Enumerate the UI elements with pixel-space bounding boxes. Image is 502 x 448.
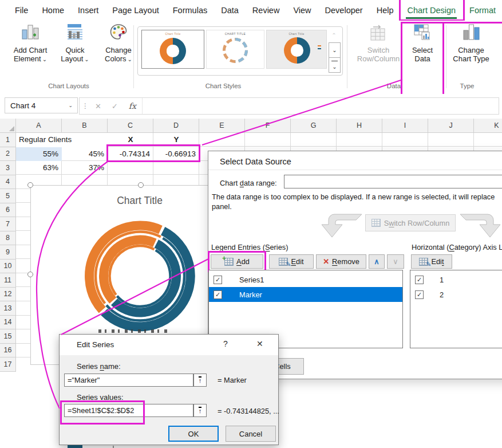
select-all-corner[interactable] bbox=[0, 119, 16, 133]
col-header-I[interactable]: I bbox=[382, 119, 428, 133]
row-header-8[interactable]: 8 bbox=[0, 231, 16, 246]
row-header-10[interactable]: 10 bbox=[0, 260, 16, 274]
row-header-6[interactable]: 6 bbox=[0, 203, 16, 218]
remove-series-button[interactable]: ✕ Remove bbox=[316, 254, 366, 269]
col-header-A[interactable]: A bbox=[16, 119, 62, 133]
select-data-button[interactable]: Select Data bbox=[404, 23, 441, 89]
row-header-2[interactable]: 2 bbox=[0, 147, 16, 162]
chart-style-thumbnail-2[interactable]: CHART TITLE bbox=[206, 30, 264, 69]
tab-insert[interactable]: Insert bbox=[71, 1, 105, 20]
range-picker-button[interactable]: ↑ bbox=[193, 374, 207, 387]
category-axis-list[interactable]: ✓1✓2 bbox=[410, 270, 502, 348]
doughnut-segment[interactable] bbox=[117, 250, 171, 306]
tab-developer[interactable]: Developer bbox=[318, 1, 370, 20]
row-header-14[interactable]: 14 bbox=[0, 316, 16, 330]
cancel-icon[interactable]: ✕ bbox=[90, 102, 106, 111]
quick-layout-icon bbox=[66, 23, 84, 42]
chart-style-thumbnail-1[interactable]: Chart Title bbox=[141, 30, 204, 69]
change-colors-button[interactable]: Change Colors⌄ bbox=[100, 23, 137, 89]
insert-function-icon[interactable]: fx bbox=[123, 101, 142, 111]
chart-handle-top-center[interactable] bbox=[138, 182, 144, 188]
add-chart-element-button[interactable]: Add Chart Element⌄ bbox=[8, 23, 53, 89]
change-chart-type-label: Change Chart Type bbox=[453, 46, 489, 63]
row-header-4[interactable]: 4 bbox=[0, 175, 16, 190]
col-header-J[interactable]: J bbox=[428, 119, 474, 133]
add-series-button[interactable]: + Add bbox=[211, 254, 263, 269]
add-label: Add bbox=[236, 257, 250, 266]
checkbox-category-2[interactable]: ✓ bbox=[415, 290, 424, 299]
ok-button[interactable]: OK bbox=[168, 426, 219, 442]
col-header-E[interactable]: E bbox=[199, 119, 245, 133]
tab-home[interactable]: Home bbox=[35, 1, 71, 20]
formula-bar-grip[interactable]: ⋮ bbox=[80, 102, 90, 110]
change-chart-type-button[interactable]: Change Chart Type bbox=[448, 23, 495, 89]
row-header-13[interactable]: 13 bbox=[0, 301, 16, 316]
series-name-input[interactable]: ="Marker" bbox=[64, 374, 193, 387]
cancel-button[interactable]: Cancel bbox=[226, 426, 276, 442]
cell-D2[interactable]: -0.66913 bbox=[153, 147, 199, 162]
row-header-7[interactable]: 7 bbox=[0, 217, 16, 231]
row-header-12[interactable]: 12 bbox=[0, 288, 16, 302]
col-header-B[interactable]: B bbox=[62, 119, 108, 133]
tab-review[interactable]: Review bbox=[246, 1, 287, 20]
checkbox-category-1[interactable]: ✓ bbox=[415, 276, 424, 284]
move-down-button: ∨ bbox=[387, 254, 404, 269]
series-row-series1[interactable]: ✓Series1 bbox=[209, 272, 402, 287]
tab-view[interactable]: View bbox=[286, 1, 318, 20]
tab-page-layout[interactable]: Page Layout bbox=[105, 1, 165, 20]
chart-handle-top-left[interactable] bbox=[27, 182, 33, 188]
cell-B3[interactable]: 37% bbox=[62, 161, 108, 175]
help-icon[interactable]: ? bbox=[223, 339, 228, 348]
close-icon[interactable]: ✕ bbox=[256, 339, 263, 348]
gallery-scroll-up-button[interactable]: ⌃ bbox=[329, 28, 339, 42]
row-header-17[interactable]: 17 bbox=[0, 357, 16, 372]
series-row-marker[interactable]: ✓Marker bbox=[209, 287, 402, 302]
row-header-15[interactable]: 15 bbox=[0, 329, 16, 344]
col-header-G[interactable]: G bbox=[291, 119, 337, 133]
formula-input[interactable] bbox=[143, 98, 499, 114]
row-header-16[interactable]: 16 bbox=[0, 344, 16, 358]
quick-layout-button[interactable]: Quick Layout⌄ bbox=[53, 23, 97, 89]
tab-file[interactable]: File bbox=[8, 1, 35, 20]
cell-B2[interactable]: 45% bbox=[62, 147, 108, 162]
category-row-2[interactable]: ✓2 bbox=[410, 287, 502, 302]
cell-A2[interactable]: 55% bbox=[16, 147, 62, 162]
tab-formulas[interactable]: Formulas bbox=[166, 1, 214, 20]
row-header-3[interactable]: 3 bbox=[0, 161, 16, 175]
row-header-5[interactable]: 5 bbox=[0, 189, 16, 203]
excel-window: FileHomeInsertPage LayoutFormulasDataRev… bbox=[0, 0, 502, 448]
edit-series-button[interactable]: ✎ Edit bbox=[269, 254, 314, 269]
row-header-11[interactable]: 11 bbox=[0, 273, 16, 288]
cell-C2[interactable]: -0.74314 bbox=[108, 147, 153, 162]
row-header-9[interactable]: 9 bbox=[0, 245, 16, 260]
move-up-button[interactable]: ∧ bbox=[369, 254, 385, 269]
row-header-1[interactable]: 1 bbox=[0, 133, 16, 147]
cell-D1[interactable]: Y bbox=[153, 133, 199, 147]
ribbon-tab-bar: FileHomeInsertPage LayoutFormulasDataRev… bbox=[0, 0, 502, 21]
cell-A3[interactable]: 63% bbox=[16, 161, 62, 175]
checkbox-series1[interactable]: ✓ bbox=[214, 276, 222, 284]
col-header-F[interactable]: F bbox=[245, 119, 291, 133]
range-picker-button[interactable]: ↑ bbox=[193, 404, 207, 417]
chart-data-range-input[interactable] bbox=[284, 175, 502, 188]
tab-chart-design[interactable]: Chart Design bbox=[400, 1, 463, 20]
tab-format[interactable]: Format bbox=[463, 1, 502, 20]
col-header-D[interactable]: D bbox=[153, 119, 199, 133]
gallery-more-button[interactable]: ⌄ bbox=[329, 57, 341, 73]
col-header-H[interactable]: H bbox=[337, 119, 382, 133]
cell-A1[interactable]: Regular Clients bbox=[16, 133, 108, 147]
edit-axis-labels-button[interactable]: ✎ Edit bbox=[411, 254, 452, 269]
category-row-1[interactable]: ✓1 bbox=[410, 272, 502, 287]
series-values-input[interactable]: =Sheet1!$C$2:$D$2 bbox=[64, 404, 193, 417]
tab-data[interactable]: Data bbox=[214, 1, 246, 20]
cell-C1[interactable]: X bbox=[108, 133, 153, 147]
enter-icon[interactable]: ✓ bbox=[106, 102, 123, 111]
chart-handle-mid-left[interactable] bbox=[27, 272, 33, 277]
col-header-C[interactable]: C bbox=[108, 119, 153, 133]
gallery-scroll-down-button[interactable]: ⌄ bbox=[329, 42, 341, 58]
name-box[interactable]: Chart 4 ⌄ bbox=[5, 97, 78, 113]
col-header-K[interactable]: K bbox=[474, 119, 502, 133]
chart-style-thumbnail-3[interactable]: Chart Title bbox=[266, 30, 327, 69]
checkbox-marker[interactable]: ✓ bbox=[214, 290, 222, 299]
tab-help[interactable]: Help bbox=[370, 1, 401, 20]
